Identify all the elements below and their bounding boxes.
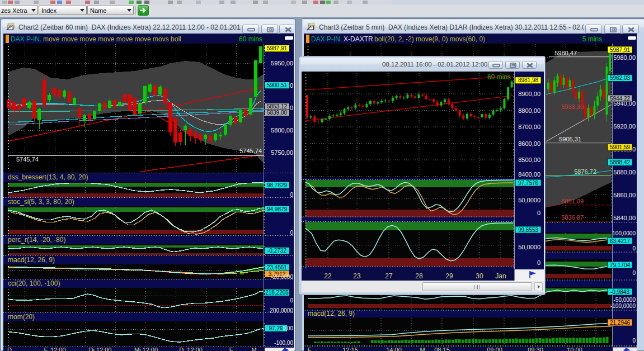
svg-text:5851,09: 5851,09 xyxy=(561,198,584,205)
svg-text:5839,00: 5839,00 xyxy=(267,110,288,116)
svg-text:97,29: 97,29 xyxy=(269,325,283,331)
svg-text:5987,91: 5987,91 xyxy=(267,45,288,51)
svg-text:0: 0 xyxy=(290,230,293,236)
svg-text:0: 0 xyxy=(632,245,636,252)
svg-text:23,4551: 23,4551 xyxy=(267,264,288,271)
svg-text:218,2205: 218,2205 xyxy=(265,290,289,296)
svg-text:5980,00: 5980,00 xyxy=(613,54,636,61)
svg-text:5840,00: 5840,00 xyxy=(613,215,636,221)
svg-text:F.: F. xyxy=(229,347,234,351)
svg-text:5900,51: 5900,51 xyxy=(267,82,288,88)
svg-text:DAX P-IN.: DAX P-IN. xyxy=(311,35,342,43)
svg-text:29: 29 xyxy=(445,272,453,280)
svg-text:0: 0 xyxy=(290,192,293,198)
svg-text:09:30: 09:30 xyxy=(528,347,543,351)
svg-text:98,7629: 98,7629 xyxy=(267,182,288,188)
svg-text:-100,0000: -100,0000 xyxy=(610,303,636,309)
svg-text:0: 0 xyxy=(632,270,636,276)
svg-text:M: M xyxy=(251,347,256,351)
svg-text:23: 23 xyxy=(353,272,361,280)
svg-text:08:15: 08:15 xyxy=(434,347,450,351)
svg-text:5745,74: 5745,74 xyxy=(16,156,39,163)
svg-text:5980,47: 5980,47 xyxy=(554,50,577,56)
svg-text:22: 22 xyxy=(324,272,332,280)
svg-text:8800,00: 8800,00 xyxy=(518,107,540,114)
svg-text:5901,59: 5901,59 xyxy=(610,144,631,150)
svg-text:60 mins: 60 mins xyxy=(239,35,262,43)
svg-text:D. 12:00: D. 12:00 xyxy=(179,347,203,351)
svg-text:move move move move move move: move move move move move move movs boll xyxy=(43,35,181,43)
svg-text:5836,87: 5836,87 xyxy=(561,214,584,221)
svg-text:5920,00: 5920,00 xyxy=(613,123,636,130)
svg-text:0: 0 xyxy=(537,210,540,216)
svg-text:0: 0 xyxy=(537,259,540,266)
svg-text:5987,91: 5987,91 xyxy=(610,47,631,53)
svg-text:28: 28 xyxy=(415,272,423,280)
svg-text:5 mins: 5 mins xyxy=(582,35,602,43)
svg-text:5800,00: 5800,00 xyxy=(271,127,293,134)
svg-text:63,4217: 63,4217 xyxy=(610,238,631,244)
svg-text:5944,22: 5944,22 xyxy=(610,96,631,102)
svg-text:D.: D. xyxy=(7,347,13,351)
svg-text:8500,00: 8500,00 xyxy=(518,156,540,163)
svg-text:8400,00: 8400,00 xyxy=(518,171,540,178)
svg-text:5888,42: 5888,42 xyxy=(610,159,631,165)
svg-text:X-DAXTR: X-DAXTR xyxy=(344,35,373,43)
svg-text:-50,0000: -50,0000 xyxy=(614,297,636,303)
svg-text:Di 12:00: Di 12:00 xyxy=(89,347,112,351)
svg-text:5950,00: 5950,00 xyxy=(271,60,293,67)
svg-text:M: M xyxy=(420,347,425,351)
svg-text:100,0000: 100,0000 xyxy=(612,230,636,236)
svg-text:0: 0 xyxy=(290,297,293,303)
svg-text:5880,00: 5880,00 xyxy=(613,169,636,176)
svg-text:94,9879: 94,9879 xyxy=(267,206,288,212)
svg-text:50,0000: 50,0000 xyxy=(518,197,540,203)
svg-text:-0,2732: -0,2732 xyxy=(267,248,286,254)
svg-text:5905,31: 5905,31 xyxy=(559,136,581,143)
svg-text:-0,9843: -0,9843 xyxy=(610,289,629,295)
svg-text:97,7576: 97,7576 xyxy=(518,180,539,186)
svg-text:F. 12:00: F. 12:00 xyxy=(44,347,65,351)
svg-text:dss_bressert(13, 4, 80, 20): dss_bressert(13, 4, 80, 20) xyxy=(8,173,88,181)
svg-text:Jan: Jan xyxy=(495,272,506,280)
svg-text:stoc_sl(5, 3, 3, 80, 20): stoc_sl(5, 3, 3, 80, 20) xyxy=(8,198,74,206)
svg-text:12:15: 12:15 xyxy=(342,347,358,351)
svg-text:50,0000: 50,0000 xyxy=(518,244,540,250)
svg-text:Mi 12:00: Mi 12:00 xyxy=(134,347,158,351)
svg-text:macd(12, 26, 9): macd(12, 26, 9) xyxy=(308,310,355,317)
svg-text:5853,12: 5853,12 xyxy=(267,103,288,110)
svg-text:F.: F. xyxy=(308,347,313,351)
svg-text:0: 0 xyxy=(632,338,636,344)
svg-text:cci(20, 100, -100): cci(20, 100, -100) xyxy=(8,279,60,287)
svg-text:5750,00: 5750,00 xyxy=(271,149,293,156)
svg-text:8700,00: 8700,00 xyxy=(518,124,540,130)
svg-text:5860,00: 5860,00 xyxy=(613,192,636,198)
svg-text:-100,00: -100,00 xyxy=(274,340,293,346)
svg-text:30: 30 xyxy=(476,272,483,280)
svg-text:10:00: 10:00 xyxy=(567,347,582,351)
svg-text:27: 27 xyxy=(385,272,393,280)
svg-text:09:00: 09:00 xyxy=(487,347,502,351)
svg-text:5745,74: 5745,74 xyxy=(239,148,262,154)
svg-text:DAX P-IN.: DAX P-IN. xyxy=(11,35,41,43)
svg-text:8981,98: 8981,98 xyxy=(518,77,539,83)
svg-text:mom(20): mom(20) xyxy=(8,313,35,321)
svg-text:21,2946: 21,2946 xyxy=(610,320,631,326)
svg-text:5962,03: 5962,03 xyxy=(610,75,631,81)
svg-text:5933,30: 5933,30 xyxy=(561,103,584,110)
svg-text:8600,00: 8600,00 xyxy=(518,140,540,147)
svg-text:79,1704: 79,1704 xyxy=(610,262,631,268)
svg-text:0,00: 0,00 xyxy=(283,325,294,331)
svg-text:macd(12, 26, 9): macd(12, 26, 9) xyxy=(8,256,55,264)
svg-text:8900,00: 8900,00 xyxy=(518,91,540,97)
svg-text:boll(20, 2, -2) move(9, 0) mov: boll(20, 2, -2) move(9, 0) movs(60, 0) xyxy=(374,35,485,43)
svg-text:99,6553: 99,6553 xyxy=(518,227,539,233)
svg-text:perc_r(14, -20, -80): perc_r(14, -20, -80) xyxy=(8,236,65,244)
svg-text:14:00: 14:00 xyxy=(386,347,402,351)
